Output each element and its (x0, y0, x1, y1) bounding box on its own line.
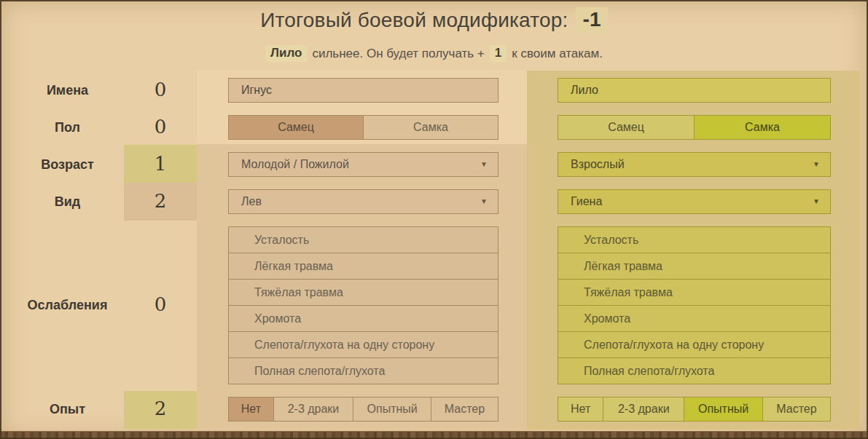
character1-exp-master-button[interactable]: Мастер (431, 398, 498, 421)
combat-modifier-calculator: Итоговый боевой модификатор: -1 Лило сил… (0, 0, 868, 439)
character1-species-select[interactable]: Лев ▼ (228, 189, 498, 214)
character2-name-input[interactable] (558, 78, 831, 103)
row-label-age: Возраст (0, 152, 135, 177)
character1-exp-few-fights-button[interactable]: 2-3 драки (273, 398, 353, 421)
character2-age-select[interactable]: Взрослый ▼ (558, 152, 831, 177)
winner-name-badge: Лило (265, 45, 307, 62)
points-names: 0 (124, 78, 197, 103)
final-modifier-label: Итоговый боевой модификатор: (260, 9, 568, 32)
chevron-down-icon: ▼ (480, 161, 488, 168)
character1-ailment-fatigue[interactable]: Усталость (229, 227, 498, 253)
character2-exp-none-button[interactable]: Нет (558, 398, 603, 421)
character2-gender-group: Самец Самка (558, 115, 831, 140)
character1-ailment-light-injury[interactable]: Лёгкая травма (229, 253, 498, 279)
character2-ailment-lameness[interactable]: Хромота (558, 305, 830, 331)
points-gender: 0 (124, 115, 197, 140)
points-species: 2 (124, 189, 197, 214)
character2-exp-few-fights-button[interactable]: 2-3 драки (603, 398, 684, 421)
character1-gender-group: Самец Самка (228, 115, 498, 140)
character2-ailment-severe-injury[interactable]: Тяжёлая травма (558, 279, 830, 305)
chevron-down-icon: ▼ (813, 161, 820, 168)
summary-line: Лило сильнее. Он будет получать + 1 к св… (0, 45, 868, 62)
character2-ailments-list: Усталость Лёгкая травма Тяжёлая травма Х… (558, 226, 831, 384)
character2-ailment-fatigue[interactable]: Усталость (558, 227, 830, 253)
character1-ailment-lameness[interactable]: Хромота (229, 305, 498, 331)
character1-exp-none-button[interactable]: Нет (229, 398, 273, 421)
character2-ailment-light-injury[interactable]: Лёгкая травма (558, 253, 830, 279)
summary-text-end: к своим атакам. (512, 47, 603, 61)
character1-name-input[interactable] (228, 78, 498, 103)
bottom-frame-bar (0, 431, 868, 439)
chevron-down-icon: ▼ (480, 198, 488, 205)
character1-ailment-half-blindness[interactable]: Слепота/глухота на одну сторону (229, 331, 498, 357)
points-experience: 2 (124, 397, 197, 422)
character2-ailment-half-blindness[interactable]: Слепота/глухота на одну сторону (558, 331, 830, 357)
character2-experience-group: Нет 2-3 драки Опытный Мастер (558, 397, 831, 422)
row-label-names: Имена (0, 78, 135, 103)
character1-gender-male-button[interactable]: Самец (229, 116, 363, 139)
character2-species-select[interactable]: Гиена ▼ (558, 189, 831, 214)
character2-ailment-full-blindness[interactable]: Полная слепота/глухота (558, 357, 830, 384)
final-modifier-value-badge: -1 (576, 7, 607, 33)
character2-gender-male-button[interactable]: Самец (558, 116, 694, 139)
character1-ailment-severe-injury[interactable]: Тяжёлая травма (229, 279, 498, 305)
character1-ailments-list: Усталость Лёгкая травма Тяжёлая травма Х… (228, 226, 498, 384)
row-label-experience: Опыт (0, 397, 135, 422)
character1-experience-group: Нет 2-3 драки Опытный Мастер (228, 397, 498, 422)
character2-exp-experienced-button[interactable]: Опытный (684, 398, 762, 421)
character1-ailment-full-blindness[interactable]: Полная слепота/глухота (229, 357, 498, 384)
chevron-down-icon: ▼ (813, 198, 820, 205)
points-age: 1 (124, 152, 197, 177)
character2-gender-female-button[interactable]: Самка (694, 116, 830, 139)
character2-age-value: Взрослый (571, 158, 813, 171)
character2-exp-master-button[interactable]: Мастер (762, 398, 830, 421)
character1-age-value: Молодой / Пожилой (241, 158, 480, 171)
bonus-value-badge: 1 (490, 45, 507, 62)
character1-gender-female-button[interactable]: Самка (363, 116, 498, 139)
character1-exp-experienced-button[interactable]: Опытный (353, 398, 431, 421)
row-label-ailments: Ослабления (0, 293, 135, 317)
summary-text-middle: сильнее. Он будет получать + (312, 47, 484, 61)
row-label-species: Вид (0, 189, 135, 214)
character2-species-value: Гиена (571, 195, 813, 208)
row-label-gender: Пол (0, 115, 135, 140)
character1-age-select[interactable]: Молодой / Пожилой ▼ (228, 152, 498, 177)
page-title: Итоговый боевой модификатор: -1 (0, 7, 868, 33)
character1-species-value: Лев (241, 195, 480, 208)
points-ailments: 0 (124, 293, 197, 317)
